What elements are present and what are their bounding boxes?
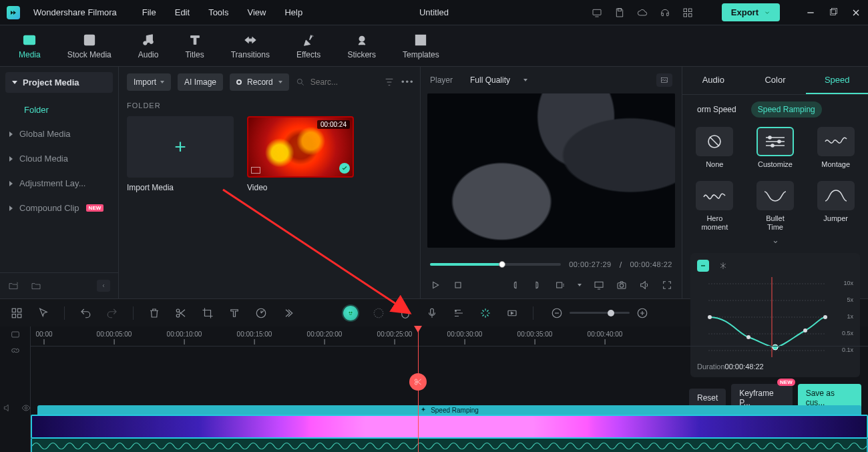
ramp-toggle[interactable] — [697, 260, 709, 272]
text-icon[interactable] — [228, 307, 240, 319]
mark-in-icon[interactable] — [509, 280, 520, 290]
collapse-sidebar[interactable] — [97, 280, 110, 292]
playhead[interactable] — [418, 326, 419, 452]
tab-effects[interactable]: Effects — [296, 33, 320, 59]
tab-stock-media[interactable]: Stock Media — [67, 33, 112, 59]
save-icon[interactable] — [614, 7, 625, 18]
folder-selected[interactable]: Folder — [0, 98, 118, 122]
audio-waveform[interactable] — [31, 439, 868, 452]
new-folder-icon[interactable] — [8, 280, 19, 291]
search-field[interactable] — [296, 77, 349, 87]
timeline-ruler[interactable]: 00:00 00:00:05:00 00:00:10:00 00:00:15:0… — [31, 326, 868, 347]
preset-customize[interactable]: Customize — [751, 127, 800, 169]
zoom-out-icon[interactable] — [551, 307, 563, 319]
stop-button[interactable] — [453, 280, 463, 290]
menu-tools[interactable]: Tools — [208, 7, 228, 17]
quality-select[interactable]: Full Quality — [470, 75, 527, 85]
window-maximize[interactable] — [828, 7, 839, 18]
zoom-slider[interactable] — [570, 312, 630, 314]
sidebar-item-global-media[interactable]: Global Media — [0, 122, 118, 146]
sidebar-item-compound-clip[interactable]: Compound ClipNEW — [0, 196, 118, 220]
crop-ratio-icon[interactable] — [555, 280, 566, 290]
menu-edit[interactable]: Edit — [175, 7, 190, 17]
filter-icon[interactable] — [384, 77, 395, 87]
chevron-down-icon[interactable] — [578, 284, 582, 286]
inspector-tab-color[interactable]: Color — [744, 67, 807, 94]
mute-icon[interactable] — [3, 403, 12, 413]
volume-icon[interactable] — [639, 280, 650, 290]
tab-templates[interactable]: Templates — [403, 33, 439, 59]
subtab-speed-ramping[interactable]: Speed Ramping — [751, 101, 822, 118]
camera-icon[interactable] — [616, 280, 627, 290]
undo-icon[interactable] — [79, 307, 91, 319]
menu-view[interactable]: View — [247, 7, 266, 17]
device-icon[interactable] — [592, 7, 602, 18]
render-preview-icon[interactable] — [479, 307, 491, 319]
quick-split-button[interactable] — [409, 373, 427, 391]
crop-icon[interactable] — [202, 307, 214, 319]
ai-secondary-icon[interactable] — [373, 307, 385, 319]
import-media-card[interactable]: + Import Media — [127, 116, 234, 192]
mark-out-icon[interactable] — [532, 280, 543, 290]
play-button[interactable] — [430, 280, 441, 290]
timeline-tracks-area[interactable]: 00:00 00:00:05:00 00:00:10:00 00:00:15:0… — [31, 326, 868, 452]
freeze-frame-icon[interactable] — [717, 260, 729, 272]
cloud-icon[interactable] — [637, 7, 648, 18]
more-tools-icon[interactable] — [282, 307, 294, 319]
preview-canvas[interactable] — [427, 93, 675, 248]
window-minimize[interactable] — [805, 7, 816, 18]
apps-icon[interactable] — [682, 7, 693, 18]
search-input[interactable] — [309, 77, 349, 87]
ai-assistant-icon[interactable] — [343, 306, 358, 320]
preset-bullet-time[interactable]: Bullet Time — [751, 181, 800, 232]
export-button[interactable]: Export — [722, 3, 780, 21]
preset-hero-moment[interactable]: Hero moment — [690, 181, 739, 232]
video-clip[interactable]: Video — [31, 415, 868, 439]
more-icon[interactable]: ••• — [401, 77, 412, 87]
tab-titles[interactable]: Titles — [185, 33, 204, 59]
fullscreen-icon[interactable] — [662, 280, 672, 290]
cursor-icon[interactable] — [37, 307, 49, 319]
menu-help[interactable]: Help — [284, 7, 302, 17]
tab-stickers[interactable]: Stickers — [347, 33, 376, 59]
inspector-tab-speed[interactable]: Speed — [806, 67, 868, 94]
tab-transitions[interactable]: Transitions — [231, 33, 270, 59]
new-bin-icon[interactable] — [31, 280, 41, 291]
delete-icon[interactable] — [148, 307, 160, 319]
keyframe-tool-icon[interactable] — [506, 307, 518, 319]
layout-icon[interactable] — [11, 307, 23, 319]
tab-audio[interactable]: Audio — [138, 33, 159, 59]
menu-file[interactable]: File — [142, 7, 156, 17]
marker-icon[interactable] — [399, 307, 411, 319]
auto-ripple-icon[interactable] — [0, 326, 30, 343]
voiceover-icon[interactable] — [426, 307, 438, 319]
expand-presets[interactable]: ⌄ — [682, 232, 868, 248]
subtab-uniform-speed[interactable]: orm Speed — [690, 101, 743, 118]
window-close[interactable] — [851, 7, 861, 18]
zoom-in-icon[interactable] — [636, 307, 648, 319]
visibility-icon[interactable] — [21, 403, 31, 413]
ai-image-button[interactable]: AI Image — [178, 73, 223, 91]
track-header: 1 — [0, 403, 31, 413]
redo-icon[interactable] — [106, 307, 118, 319]
preset-jumper[interactable]: Jumper — [811, 181, 860, 232]
link-icon[interactable] — [0, 343, 30, 359]
import-dropdown[interactable]: Import — [127, 73, 171, 91]
split-icon[interactable] — [175, 307, 187, 319]
preset-montage[interactable]: Montage — [811, 127, 860, 169]
audio-mixer-icon[interactable] — [453, 307, 465, 319]
video-clip-card[interactable]: 00:00:24 Video — [247, 116, 354, 192]
project-media-header[interactable]: Project Media — [5, 72, 113, 93]
seek-slider[interactable] — [430, 263, 561, 266]
svg-rect-41 — [18, 314, 21, 317]
sidebar-item-cloud-media[interactable]: Cloud Media — [0, 146, 118, 171]
sidebar-item-adjustment-layer[interactable]: Adjustment Lay... — [0, 171, 118, 196]
support-icon[interactable] — [660, 7, 670, 18]
preset-none[interactable]: None — [690, 127, 739, 169]
record-dropdown[interactable]: Record — [230, 73, 289, 91]
inspector-tab-audio[interactable]: Audio — [682, 67, 744, 94]
snapshot-button[interactable] — [656, 73, 672, 87]
display-icon[interactable] — [594, 280, 604, 290]
speed-icon[interactable] — [255, 307, 267, 319]
tab-media[interactable]: Media — [19, 33, 41, 59]
